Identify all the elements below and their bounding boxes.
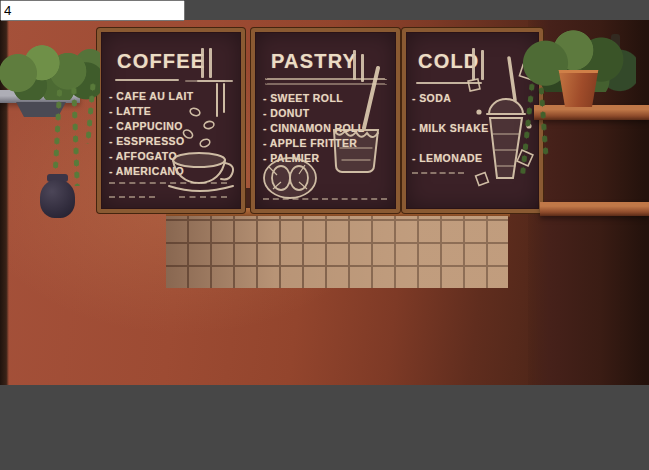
chalk-mark	[209, 48, 212, 78]
image-count-input[interactable]	[0, 0, 185, 21]
right-shelf-lower	[540, 202, 649, 216]
title-underline	[115, 79, 179, 81]
hanging-plant-left	[0, 40, 100, 100]
generative-variations-dialog: COFFEE - CAFE AU LAIT - LATTE - CAPPUCIN…	[0, 0, 649, 470]
coffee-cup-sketch	[165, 82, 239, 194]
image-preview: COFFEE - CAFE AU LAIT - LATTE - CAPPUCIN…	[0, 20, 649, 385]
chalk-dashes	[412, 172, 464, 174]
menu-board-coffee: COFFEE - CAFE AU LAIT - LATTE - CAPPUCIN…	[97, 28, 245, 213]
menu-board-pastry: PASTRY - SWEET ROLL - DONUT - CINNAMON R…	[251, 28, 400, 213]
chalk-dashes	[179, 196, 227, 198]
board-title: COFFEE	[117, 50, 205, 73]
right-shelf-upper	[534, 105, 649, 120]
tile-backsplash	[166, 216, 508, 288]
chalk-dashes	[109, 196, 155, 198]
palmier-sketch	[261, 155, 319, 201]
vase	[40, 180, 75, 218]
chalk-mark	[201, 48, 204, 78]
saucepan-sketch	[322, 64, 394, 190]
